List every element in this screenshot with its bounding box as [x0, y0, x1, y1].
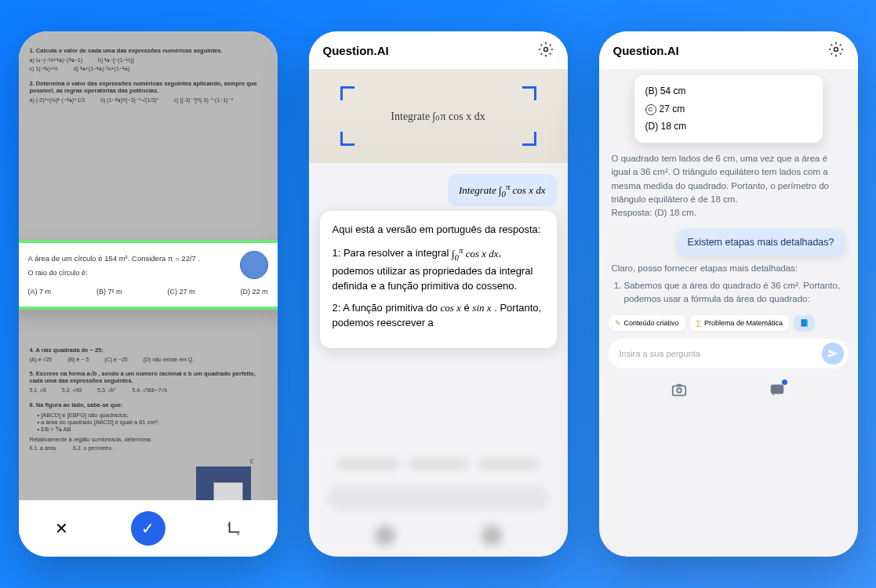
q2-title: 2. Determina o valor das expressões numé… [30, 80, 267, 94]
camera-icon [671, 381, 688, 398]
answer-step2: 2: A função primitiva do cos x é sin x .… [333, 300, 544, 331]
close-button[interactable]: ✕ [45, 511, 79, 546]
chat-badge [782, 379, 787, 385]
input-placeholder: Insira a sua pergunta [620, 349, 700, 358]
q1-items: a) ¼−(−½+⅓)−(⅔−1)b) ⅓−[−(1−½)] [30, 57, 267, 64]
answer-final: Resposta: (D) 18 cm. [612, 208, 697, 217]
svg-rect-4 [771, 385, 784, 394]
q6-bullet2: • a área do quadrado [ABCD] é igual a 81… [38, 419, 267, 426]
photo-preview: Integrate ∫₀π cos x dx [309, 69, 568, 163]
gear-icon [538, 42, 554, 57]
user-message: Existem etapas mais detalhadas? [677, 229, 845, 256]
q1-title: 1. Calcula o valor de cada uma das expre… [30, 47, 267, 54]
circle-diagram [240, 251, 268, 279]
blurred-area [309, 447, 568, 557]
confirm-button[interactable]: ✓ [131, 511, 165, 546]
app-header: Question.AI [309, 31, 568, 69]
q6-subs: 6.1. a área.6.2. o perímetro. [30, 445, 267, 451]
opt-a: (A) 7 m [28, 288, 52, 296]
phone-chat: Question.AI (B) 54 cm C27 cm (D) 18 cm O… [599, 31, 858, 557]
svg-point-3 [677, 388, 682, 393]
bot-intro: Claro, posso fornecer etapas mais detalh… [612, 262, 845, 275]
chat-input[interactable]: Insira a sua pergunta [609, 339, 849, 368]
svg-point-1 [834, 47, 838, 51]
q2-items: a) (-2)²+(⅛)⁴·(−⅓)²·1/3b) (1−⅔)³/(−3)⁻²·… [30, 97, 267, 103]
nav-camera[interactable] [671, 381, 688, 401]
crop-button[interactable] [217, 511, 252, 546]
option-c: C27 cm [645, 101, 685, 118]
q4-opts: (A) é √25(B) é − 5(C) é −25(D) não exist… [30, 357, 267, 362]
crop-frame[interactable] [340, 86, 536, 146]
opt-b: (B) 7² m [96, 288, 122, 296]
answer-card: Aqui está a versão em português da respo… [320, 211, 557, 348]
blurred-nav-camera [375, 525, 395, 546]
options-card: (B) 54 cm C27 cm (D) 18 cm [634, 75, 823, 143]
answer-step1: 1: Para resolver a integral ∫0π cos x dx… [333, 243, 544, 293]
blurred-input [327, 485, 550, 511]
nav-chat[interactable] [769, 381, 786, 401]
bottom-nav [599, 373, 858, 409]
suggestion-chips: ✎Conteúdo criativo ∑Problema de Matemáti… [599, 312, 858, 334]
bot-step1: Sabemos que a área do quadrado é 36 cm².… [624, 279, 845, 307]
brand-logo: Question.AI [323, 44, 389, 57]
q6-bullet3: • EB = ⅔ AB [38, 426, 267, 433]
worksheet-background: 1. Calcula o valor de cada uma das expre… [19, 31, 278, 557]
answer-intro: Aqui está a versão em português da respo… [333, 222, 544, 238]
send-icon [827, 348, 838, 359]
phone-scan: 1. Calcula o valor de cada uma das expre… [19, 31, 278, 557]
gear-icon [828, 42, 844, 57]
chip-math[interactable]: ∑Problema de Matemática [690, 315, 789, 331]
option-b: (B) 54 cm [645, 83, 812, 100]
svg-point-0 [543, 47, 547, 51]
phone-solve: Question.AI Integrate ∫₀π cos x dx Integ… [309, 31, 568, 557]
blurred-nav-chat [482, 525, 502, 546]
query-bubble: Integrate ∫0π cos x dx [448, 174, 556, 206]
highlight-question: A área de um círculo é 154 m². Considera… [28, 254, 268, 263]
app-header: Question.AI [599, 31, 858, 69]
check-icon: ✓ [141, 519, 154, 538]
q6-title: 6. Na figura ao lado, sabe-se que: [30, 401, 267, 408]
brand-logo: Question.AI [613, 44, 679, 57]
circle-c-icon: C [645, 104, 656, 115]
option-d: (D) 18 cm [645, 118, 812, 136]
q4-title: 4. A raiz quadrada de − 25: [30, 347, 267, 354]
query-text: Integrate ∫0π cos x dx [459, 184, 545, 196]
bot-message: Claro, posso fornecer etapas mais detalh… [612, 262, 845, 306]
close-icon: ✕ [55, 519, 68, 538]
crop-icon [226, 520, 243, 537]
settings-button[interactable] [828, 42, 844, 60]
opt-d: (D) 22 m [240, 288, 267, 296]
opt-c: (C) 27 m [167, 288, 194, 296]
scan-toolbar: ✕ ✓ [19, 500, 278, 557]
scan-highlight: A área de um círculo é 154 m². Considera… [19, 240, 278, 310]
q1-items2: c) 1(−⅝)+½d) ⅓+(1−⅓)·⅚+(1−⅓) [30, 66, 267, 72]
highlight-prompt: O raio do círculo é: [28, 269, 268, 277]
q5-title: 5. Escreve na forma a√b , sendo a um núm… [30, 370, 267, 384]
svg-rect-2 [673, 387, 686, 396]
q6-bullet1: • [ABCD] e [EBFG] são quadrados; [38, 412, 267, 419]
chip-creative[interactable]: ✎Conteúdo criativo [609, 315, 685, 331]
q6-rel: Relativamente à região sombreada, determ… [30, 436, 267, 443]
send-button[interactable] [822, 343, 844, 365]
bot-answer: O quadrado tem lados de 6 cm, uma vez qu… [612, 152, 845, 220]
settings-button[interactable] [538, 42, 554, 60]
highlight-options: (A) 7 m (B) 7² m (C) 27 m (D) 22 m [28, 288, 268, 296]
chip-more[interactable]: 📘 [794, 315, 815, 331]
q5-items: 5.1. √85.2. √405.3. √b⁷5.4. √56b−7√b [30, 387, 267, 394]
